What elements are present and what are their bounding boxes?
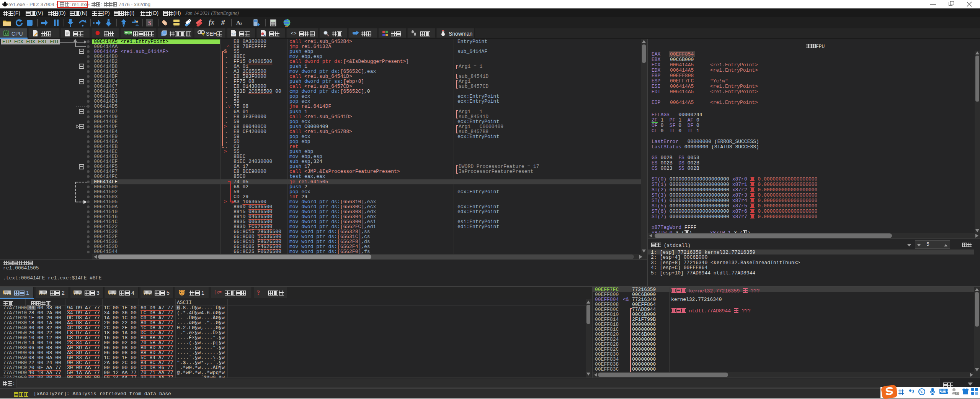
svg-text:?: ? [257,289,260,296]
svg-text:!: ! [203,33,204,36]
svg-text:S: S [148,20,151,26]
svg-text:32: 32 [5,32,8,35]
svg-text:<>: <> [291,31,297,36]
svg-text:12: 12 [956,392,959,395]
svg-text:<>: <> [232,32,236,36]
svg-text:[x=]: [x=] [214,290,222,295]
